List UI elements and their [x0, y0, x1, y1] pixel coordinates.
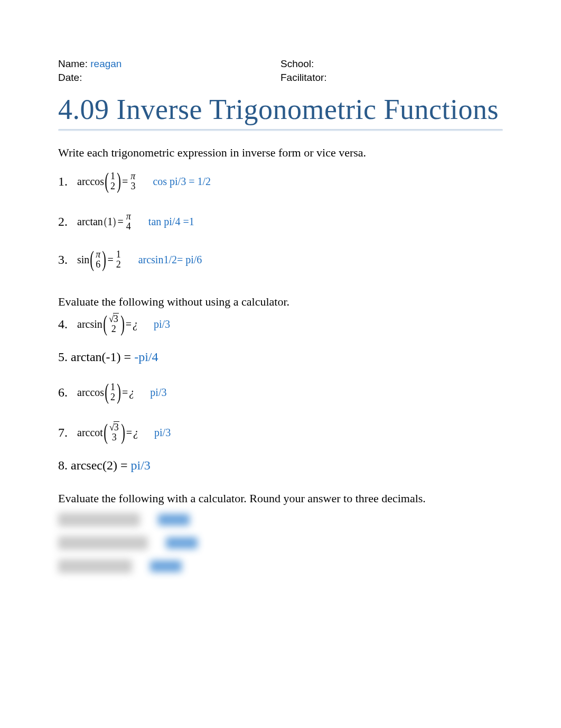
lparen-icon: ( — [104, 217, 107, 226]
problem-3: 3. sin ( π 6 ) = 1 2 arcsin1/2= pi/6 — [58, 245, 503, 274]
q2-arg: 1 — [107, 216, 113, 228]
lparen-icon: ( — [105, 172, 109, 190]
problem-7: 7. arccot ( 3 3 ) = ¿ pi/3 — [58, 418, 503, 447]
lparen-icon: ( — [103, 315, 107, 333]
rparen-icon: ) — [117, 383, 121, 401]
q8-answer: pi/3 — [130, 458, 150, 472]
school-label: School: — [280, 58, 314, 69]
q3-answer: arcsin1/2= pi/6 — [138, 254, 202, 266]
title-underline — [58, 129, 503, 131]
problem-5: 5. arctan(-1) = -pi/4 — [58, 350, 503, 364]
rparen-icon: ) — [117, 172, 121, 190]
q1-func: arccos — [77, 176, 104, 188]
blurred-answer — [158, 514, 190, 526]
q6-placeholder: ¿ — [129, 386, 134, 399]
name-cell: Name: reagan — [58, 58, 280, 70]
q1-number: 1. — [58, 174, 77, 189]
date-cell: Date: — [58, 72, 280, 84]
lparen-icon: ( — [90, 251, 94, 269]
q2-answer: tan pi/4 =1 — [148, 216, 194, 228]
blurred-answer — [150, 560, 182, 572]
problem-2: 2. arctan ( 1 ) = π 4 tan pi/4 =1 — [58, 207, 503, 236]
page-title: 4.09 Inverse Trigonometric Functions — [58, 93, 503, 126]
name-label: Name: — [58, 58, 88, 69]
q7-number: 7. — [58, 426, 77, 440]
problem-6: 6. arccos ( 1 2 ) = ¿ pi/3 — [58, 378, 503, 407]
q2-eq: = — [118, 216, 124, 228]
q4-func: arcsin — [77, 318, 102, 330]
name-value: reagan — [90, 58, 121, 69]
instruction-b: Evaluate the following without using a c… — [58, 295, 503, 309]
lparen-icon: ( — [105, 383, 109, 401]
q5-expression: 5. arctan(-1) = — [58, 350, 134, 364]
instruction-a: Write each trigonometric expression in i… — [58, 146, 503, 160]
q7-expression: arccot ( 3 3 ) = ¿ — [77, 422, 138, 443]
q2-func: arctan — [77, 216, 103, 228]
problem-4: 4. arcsin ( 3 2 ) = ¿ pi/3 — [58, 310, 503, 338]
header-row-1: Name: reagan School: — [58, 58, 503, 70]
q7-arg: 3 3 — [108, 422, 120, 443]
q1-expression: arccos ( 1 2 ) = π 3 — [77, 171, 137, 191]
q2-number: 2. — [58, 215, 77, 229]
q3-arg: π 6 — [95, 250, 101, 270]
q3-number: 3. — [58, 253, 77, 267]
q4-number: 4. — [58, 317, 77, 331]
q7-placeholder: ¿ — [133, 427, 138, 439]
facilitator-cell: Facilitator: — [280, 72, 503, 84]
q7-eq: = — [126, 427, 132, 439]
q3-expression: sin ( π 6 ) = 1 2 — [77, 250, 123, 270]
blurred-row-2 — [58, 536, 503, 550]
date-label: Date: — [58, 72, 82, 83]
blurred-question — [58, 513, 140, 527]
lparen-icon: ( — [104, 423, 108, 441]
q1-result: π 3 — [129, 171, 136, 191]
problem-1: 1. arccos ( 1 2 ) = π 3 cos pi/3 = 1/2 — [58, 167, 503, 196]
q3-func: sin — [77, 254, 89, 266]
q4-answer: pi/3 — [154, 318, 170, 330]
school-cell: School: — [280, 58, 503, 70]
q3-result: 1 2 — [115, 250, 122, 270]
q4-eq: = — [126, 318, 132, 330]
q1-answer: cos pi/3 = 1/2 — [153, 176, 211, 188]
rparen-icon: ) — [120, 315, 125, 333]
problem-8: 8. arcsec(2) = pi/3 — [58, 458, 503, 473]
rparen-icon: ) — [102, 251, 107, 269]
q6-number: 6. — [58, 385, 77, 400]
instruction-c: Evaluate the following with a calculator… — [58, 492, 503, 505]
q7-answer: pi/3 — [154, 427, 171, 439]
blurred-question — [58, 559, 132, 573]
blurred-row-3 — [58, 559, 503, 573]
header-row-2: Date: Facilitator: — [58, 72, 503, 84]
q7-func: arccot — [77, 427, 103, 439]
q1-eq: = — [122, 176, 128, 188]
q6-expression: arccos ( 1 2 ) = ¿ — [77, 382, 134, 402]
q4-arg: 3 2 — [108, 314, 120, 334]
q5-answer: -pi/4 — [134, 350, 158, 364]
q1-arg: 1 2 — [109, 171, 116, 191]
q2-expression: arctan ( 1 ) = π 4 — [77, 211, 133, 232]
q8-expression: 8. arcsec(2) = — [58, 458, 130, 472]
q3-eq: = — [107, 254, 113, 266]
blurred-row-1 — [58, 513, 503, 527]
sqrt-icon: 3 — [109, 314, 119, 324]
q6-eq: = — [122, 386, 128, 399]
blurred-question — [58, 536, 148, 550]
q2-result: π 4 — [125, 211, 132, 232]
facilitator-label: Facilitator: — [280, 72, 327, 83]
rparen-icon: ) — [121, 423, 125, 441]
sqrt-icon: 3 — [109, 422, 119, 432]
blurred-answer — [166, 537, 198, 549]
q6-arg: 1 2 — [109, 382, 116, 402]
q4-expression: arcsin ( 3 2 ) = ¿ — [77, 314, 138, 334]
rparen-icon: ) — [113, 217, 116, 226]
q4-placeholder: ¿ — [133, 318, 138, 330]
q6-answer: pi/3 — [150, 386, 166, 399]
q6-func: arccos — [77, 386, 104, 399]
